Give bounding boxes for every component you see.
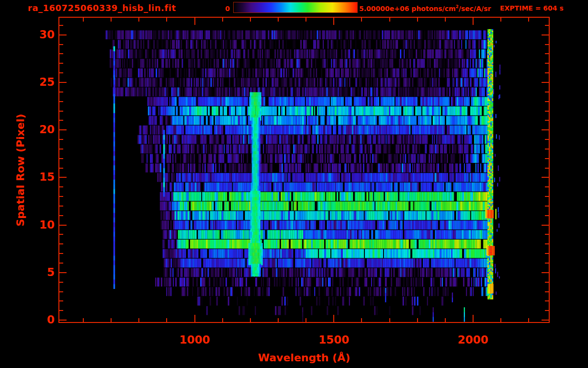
y-axis-tick-label: 5 xyxy=(26,266,55,278)
y-axis-tick xyxy=(59,300,63,301)
y-axis-tick xyxy=(545,215,549,216)
plot-frame xyxy=(58,17,550,323)
y-axis-tick xyxy=(59,225,67,226)
x-axis-tick xyxy=(445,18,446,22)
exptime-label: EXPTIME = 604 s xyxy=(500,4,564,12)
y-axis-tick xyxy=(59,92,63,92)
y-axis-tick xyxy=(545,310,549,311)
y-axis-tick xyxy=(542,129,549,130)
y-axis-tick xyxy=(545,44,549,45)
y-axis-tick xyxy=(59,215,63,216)
y-axis-tick xyxy=(59,44,63,45)
x-axis-tick xyxy=(473,315,474,322)
y-axis-tick xyxy=(545,120,549,121)
flux-unit-pre: photons/cm xyxy=(409,5,455,12)
x-axis-tick xyxy=(389,318,390,322)
y-axis-tick xyxy=(542,225,549,226)
y-axis-tick xyxy=(59,25,63,26)
x-axis-tick xyxy=(500,18,501,22)
y-axis-tick xyxy=(59,149,63,150)
flux-unit-post: /sec/A/sr xyxy=(459,5,491,12)
y-axis-tick xyxy=(545,196,549,197)
filename-title: ra_160725060339_hisb_lin.fit xyxy=(28,3,176,13)
x-axis-tick xyxy=(361,318,362,322)
y-axis-tick-label: 20 xyxy=(26,123,55,136)
x-axis-tick xyxy=(222,318,223,322)
x-axis-tick xyxy=(111,18,112,22)
x-axis-tick xyxy=(278,18,279,22)
y-axis-tick xyxy=(59,111,63,112)
y-axis-tick xyxy=(59,291,63,292)
x-axis-tick xyxy=(194,18,195,25)
x-axis-tick-label: 1500 xyxy=(315,334,353,346)
y-axis-tick xyxy=(59,272,67,273)
y-axis-tick xyxy=(59,72,63,73)
x-axis-tick xyxy=(222,18,223,22)
y-axis-tick xyxy=(59,63,63,64)
x-axis-tick xyxy=(389,18,390,22)
y-axis-tick xyxy=(59,101,63,102)
y-axis-tick xyxy=(59,320,67,321)
y-axis-tick xyxy=(545,291,549,292)
y-axis-tick xyxy=(542,34,549,35)
y-axis-tick xyxy=(542,177,549,178)
y-axis-tick xyxy=(59,53,63,54)
y-axis-tick-label: 0 xyxy=(26,313,55,326)
x-axis-tick xyxy=(305,318,306,322)
y-axis-tick xyxy=(545,282,549,283)
x-axis-tick xyxy=(333,18,334,25)
x-axis-title: Wavelength (Å) xyxy=(59,352,549,364)
y-axis-tick xyxy=(545,25,549,26)
y-axis-tick xyxy=(545,206,549,207)
x-axis-tick xyxy=(305,18,306,22)
x-axis-tick xyxy=(138,18,139,22)
y-axis-tick xyxy=(59,168,63,169)
x-axis-tick xyxy=(333,315,334,322)
colorbar-gradient xyxy=(233,2,358,13)
y-axis-tick xyxy=(59,34,67,35)
flux-value: 5.00000e+06 xyxy=(359,5,409,12)
y-axis-tick xyxy=(545,149,549,150)
y-axis-tick xyxy=(542,320,549,321)
y-axis-tick xyxy=(59,263,63,264)
y-axis-tick xyxy=(542,272,549,273)
x-axis-tick xyxy=(250,318,251,322)
x-axis-tick xyxy=(417,318,418,322)
y-axis-tick xyxy=(545,101,549,102)
y-axis-tick xyxy=(59,282,63,283)
x-axis-tick xyxy=(83,18,84,22)
x-axis-tick xyxy=(361,18,362,22)
y-axis-tick xyxy=(545,186,549,187)
y-axis-tick xyxy=(59,177,67,178)
y-axis-tick xyxy=(59,139,63,140)
x-axis-tick xyxy=(83,318,84,322)
y-axis-tick xyxy=(545,158,549,159)
y-axis-tick xyxy=(59,243,63,244)
x-axis-tick xyxy=(111,318,112,322)
y-axis-tick xyxy=(59,120,63,121)
y-axis-title: Spatial Row (Pixel) xyxy=(14,114,26,226)
y-axis-tick xyxy=(545,243,549,244)
y-axis-tick xyxy=(545,263,549,264)
y-axis-tick xyxy=(545,111,549,112)
y-axis-tick xyxy=(59,234,63,235)
x-axis-tick xyxy=(166,18,167,22)
x-axis-tick xyxy=(417,18,418,22)
y-axis-tick xyxy=(59,82,67,83)
y-axis-tick xyxy=(59,206,63,207)
y-axis-tick xyxy=(542,82,549,83)
y-axis-tick xyxy=(545,168,549,169)
x-axis-tick xyxy=(473,18,474,25)
x-axis-tick xyxy=(445,318,446,322)
x-axis-tick xyxy=(194,315,195,322)
x-axis-tick xyxy=(138,318,139,322)
y-axis-tick xyxy=(59,186,63,187)
y-axis-tick xyxy=(545,300,549,301)
y-axis-tick xyxy=(59,253,63,254)
y-axis-tick xyxy=(545,53,549,54)
y-axis-tick xyxy=(545,92,549,92)
x-axis-tick xyxy=(528,18,529,22)
y-axis-tick xyxy=(59,129,67,130)
y-axis-tick xyxy=(545,72,549,73)
y-axis-tick xyxy=(545,234,549,235)
